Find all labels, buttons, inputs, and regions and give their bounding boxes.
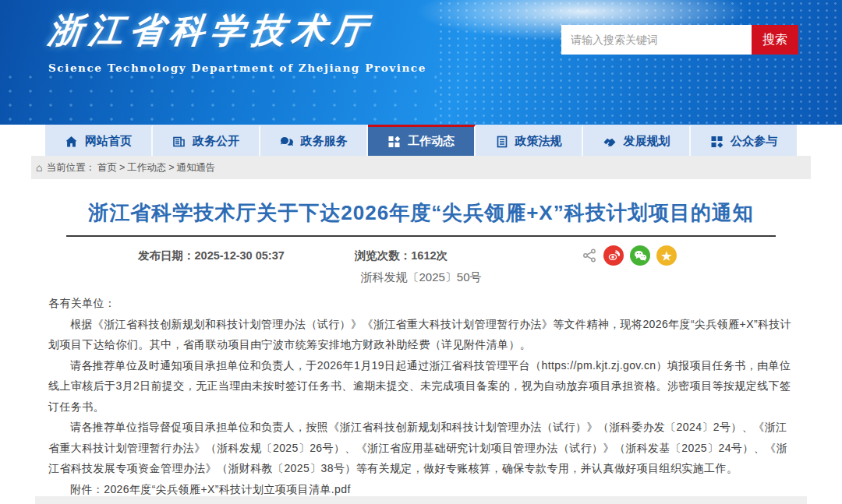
title-divider [66, 235, 776, 237]
search-input[interactable] [561, 25, 752, 55]
nav-item-home[interactable]: 网站首页 [45, 125, 153, 156]
work-news-icon [387, 136, 401, 148]
share-buttons: ★ [582, 245, 794, 266]
nav-item-work-news[interactable]: 工作动态 [368, 125, 476, 156]
breadcrumb-separator: > [119, 162, 125, 173]
paragraph: 请各推荐单位指导督促项目承担单位和负责人，按照《浙江省科技创新规划和科技计划管理… [48, 417, 794, 479]
view-count-label: 浏览次数： [355, 249, 412, 262]
breadcrumb-item-home[interactable]: 首页 [97, 161, 117, 174]
development-icon [603, 136, 617, 148]
main-navigation: 网站首页 政务公开 政务服务 工作动态 政策法规 发展规划 公众参与 [45, 125, 797, 156]
gov-service-icon [280, 136, 294, 148]
breadcrumb-separator: > [168, 162, 174, 173]
qzone-icon[interactable]: ★ [656, 245, 677, 266]
nav-item-participation[interactable]: 公众参与 [691, 125, 797, 156]
site-search: 搜索 [561, 25, 798, 55]
nav-item-label: 公众参与 [731, 134, 777, 149]
share-icon[interactable] [582, 248, 597, 263]
nav-item-development[interactable]: 发展规划 [583, 125, 691, 156]
site-header: 浙江省科学技术厅 Science Technology Department o… [0, 0, 842, 125]
site-title: 浙江省科学技术厅 [46, 8, 429, 54]
nav-item-gov-service[interactable]: 政务服务 [260, 125, 368, 156]
gov-open-icon [172, 136, 186, 148]
publish-date-value: 2025-12-30 05:37 [195, 249, 285, 262]
nav-item-label: 发展规划 [624, 134, 670, 149]
breadcrumb-item-work-news[interactable]: 工作动态 [127, 161, 166, 174]
policy-icon [496, 136, 508, 148]
view-count: 浏览次数：1612次 [355, 248, 448, 263]
nav-item-label: 政策法规 [515, 134, 562, 149]
nav-item-label: 政务公开 [193, 134, 239, 149]
view-count-value: 1612次 [411, 249, 448, 262]
nav-item-label: 工作动态 [408, 134, 455, 149]
document-number: 浙科发规〔2025〕50号 [0, 270, 842, 285]
article-body: 各有关单位： 根据《浙江省科技创新规划和科技计划管理办法（试行）》《浙江省重大科… [0, 293, 842, 499]
footer-divider-bar [35, 496, 807, 504]
attachment-link[interactable]: 2026年度“尖兵领雁+X”科技计划立项项目清单.pdf [104, 483, 351, 495]
breadcrumb-home-icon: ⌂ [36, 161, 42, 174]
nav-item-label: 网站首页 [85, 134, 132, 149]
article-meta: 发布日期：2025-12-30 05:37 浏览次数：1612次 ★ [48, 244, 794, 267]
search-button[interactable]: 搜索 [752, 25, 798, 55]
publish-date-label: 发布日期： [138, 249, 195, 262]
nav-item-gov-open[interactable]: 政务公开 [153, 125, 260, 156]
header-wave-decoration [0, 70, 437, 125]
breadcrumb-item-notices[interactable]: 通知通告 [177, 161, 216, 174]
article-content: 浙江省科学技术厅关于下达2026年度“尖兵领雁+X”科技计划项目的通知 发布日期… [0, 199, 842, 504]
page-title: 浙江省科学技术厅关于下达2026年度“尖兵领雁+X”科技计划项目的通知 [0, 199, 842, 227]
breadcrumb: ⌂ 当前位置： 首页 > 工作动态 > 通知通告 [31, 156, 811, 179]
publish-date: 发布日期：2025-12-30 05:37 [138, 248, 285, 263]
participation-icon [710, 136, 723, 148]
nav-item-policy[interactable]: 政策法规 [476, 125, 583, 156]
attachment-label: 附件： [70, 483, 104, 495]
weibo-icon[interactable] [603, 245, 624, 266]
wechat-icon[interactable] [630, 245, 650, 266]
salutation: 各有关单位： [48, 293, 794, 314]
paragraph: 根据《浙江省科技创新规划和科技计划管理办法（试行）》《浙江省重大科技计划管理暂行… [48, 314, 794, 355]
paragraph: 请各推荐单位及时通知项目承担单位和负责人，于2026年1月19日起通过浙江省科技… [48, 355, 794, 418]
site-logo[interactable]: 浙江省科学技术厅 Science Technology Department o… [48, 8, 426, 74]
breadcrumb-label: 当前位置： [46, 161, 95, 174]
site-title-english: Science Technology Department of Zhejian… [48, 62, 426, 74]
home-icon [65, 136, 78, 148]
nav-item-label: 政务服务 [301, 134, 348, 149]
